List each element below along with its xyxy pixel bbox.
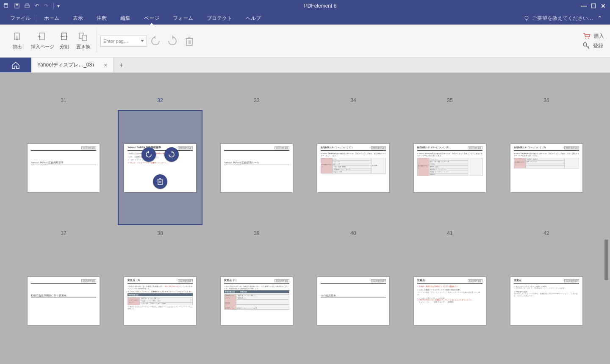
rotate-right-button[interactable] [166,35,178,47]
menu-page[interactable]: ページ [137,12,166,25]
page-thumbnail[interactable]: 33 広告主様用 限定Yahoo! JAPAN 広告販売ルール [214,92,299,225]
split-icon [59,32,69,42]
svg-line-24 [586,46,589,49]
svg-point-23 [583,43,587,46]
page-thumbnail[interactable]: 37 広告主様用 限定動画広告提供開始に伴う変更点 [21,225,106,358]
thumbnail-grid: 31 広告主様用 限定Yahoo! JAPAN 広告掲載基準 32 Yahoo!… [0,73,610,364]
page-thumbnail[interactable]: 40 広告主様用 限定その他注意点 [311,225,396,358]
svg-point-21 [585,38,587,39]
menu-file[interactable]: ファイル [3,12,37,25]
window-controls: — ☐ ✕ [577,3,610,9]
app-title: PDFelement 6 [64,3,577,9]
save-icon[interactable] [14,3,19,8]
tab-strip: Yahoo!ディスプレ…_03） × + [0,58,610,73]
page-thumbnail[interactable]: 39 変更点（1）広告主様用 限定 ✓ 2017年3月15日（水）の新規入札改修… [214,225,299,358]
close-icon[interactable]: ✕ [601,3,606,9]
menu-edit[interactable]: 編集 [114,12,137,25]
rotate-right-overlay-button[interactable] [164,147,179,162]
chevron-down-icon [141,40,144,42]
insert-page-button[interactable]: 挿入ページ [29,32,56,50]
page-thumbnail[interactable]: 38 変更点（2）広告主様用 限定 ✓ 2017年3月15日（水）の新規入札改修… [118,225,202,358]
title-bar: ↶ ↷ ▾ PDFelement 6 — ☐ ✕ [0,0,610,12]
cart-icon [583,33,591,39]
buy-button[interactable]: 購入 [583,33,604,40]
page-range-placeholder: Enter pag… [103,39,128,44]
rotate-left-overlay-button[interactable] [141,147,156,162]
scrollbar-thumb[interactable] [604,240,608,280]
page-range-input[interactable]: Enter pag… [100,36,147,47]
page-thumbnail[interactable]: 41 注意点広告主様用 限定 ✓ 定期的…動画広告提供開始によりに伴い注意点です… [408,225,492,358]
page-thumbnail[interactable]: 31 広告主様用 限定Yahoo! JAPAN 広告掲載基準 [21,92,106,225]
svg-rect-5 [26,4,28,5]
svg-point-22 [588,38,590,39]
svg-point-6 [525,16,528,19]
replace-icon [78,32,88,42]
menu-annotate[interactable]: 注釈 [90,12,114,25]
vertical-scrollbar[interactable] [604,73,609,364]
menu-help[interactable]: ヘルプ [239,12,268,25]
delete-button[interactable] [183,35,195,47]
page-thumbnail-viewport: 31 広告主様用 限定Yahoo! JAPAN 広告掲載基準 32 Yahoo!… [0,73,610,364]
collapse-ribbon-icon[interactable]: ⌃ [593,15,607,22]
rotate-left-button[interactable] [150,35,161,47]
page-thumbnail[interactable]: 35 販売制限カテゴリーについて（2）広告主様用 限定 ● Yahoo! JAP… [408,92,492,225]
undo-icon[interactable]: ↶ [35,3,39,9]
home-icon [11,61,20,69]
page-thumbnail[interactable]: 42 注意点広告主様用 限定 ✓ キャンペーンエディター（YDN）の利用 ※ 3… [504,225,589,358]
extract-button[interactable]: 抽出 [6,32,29,50]
redo-icon: ↷ [44,3,48,9]
document-tab[interactable]: Yahoo!ディスプレ…_03） × [31,58,114,72]
document-tab-title: Yahoo!ディスプレ…_03） [37,61,97,69]
replace-button[interactable]: 置き換 [73,32,93,50]
extract-icon [12,32,22,42]
minimize-icon[interactable]: — [581,3,587,9]
split-button[interactable]: 分割 [56,32,73,50]
add-tab-button[interactable]: + [114,58,129,72]
quick-access-toolbar: ↶ ↷ ▾ [0,3,64,9]
page-thumbnail[interactable]: 34 販売制限カテゴリーについて（1）広告主様用 限定 ● Yahoo! JAP… [311,92,396,225]
qat-dropdown-icon[interactable]: ▾ [53,3,60,9]
svg-rect-4 [25,5,29,7]
svg-rect-14 [82,35,86,41]
svg-line-25 [588,47,589,47]
menu-bar: ファイル ホーム 表示 注釈 編集 ページ フォーム プロテクト ヘルプ ご要望… [0,12,610,25]
menu-form[interactable]: フォーム [166,12,200,25]
lightbulb-icon [524,15,530,21]
svg-rect-1 [4,3,8,5]
page-thumbnail[interactable]: 36 販売制限カテゴリーについて（3）広告主様用 限定 ● Yahoo! JAP… [504,92,589,225]
menu-home[interactable]: ホーム [37,12,66,25]
feedback-link[interactable]: ご要望を教えてください… [524,15,593,22]
feedback-label: ご要望を教えてください… [532,15,593,22]
delete-overlay-button[interactable] [153,174,167,189]
maximize-icon[interactable]: ☐ [591,3,596,9]
register-button[interactable]: 登録 [583,42,603,50]
insert-page-icon [37,32,47,42]
tab-close-icon[interactable]: × [104,62,107,69]
app-menu-icon[interactable] [4,3,9,8]
svg-rect-3 [16,4,18,6]
ribbon: 抽出 挿入ページ 分割 置き換 Enter pag… 購入 登録 [0,25,610,58]
page-thumbnail-selected[interactable]: 32 Yahoo! JAPAN 広告掲載基準広告主様用 限定 ✓ 有償広告はYa… [118,92,202,225]
print-icon[interactable] [25,3,30,8]
menu-display[interactable]: 表示 [66,12,90,25]
key-icon [583,42,590,49]
menu-protect[interactable]: プロテクト [200,12,239,25]
home-tab[interactable] [0,58,31,72]
